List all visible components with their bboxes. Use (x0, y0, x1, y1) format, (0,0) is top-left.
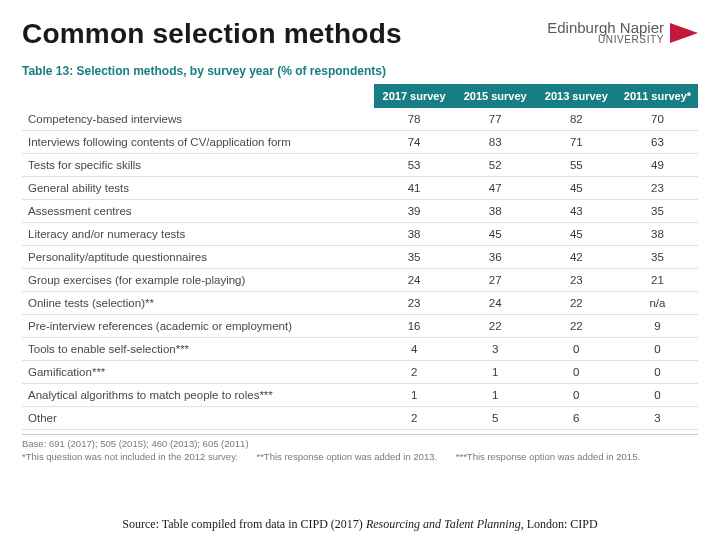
cell-value: 35 (617, 246, 698, 269)
footnote-2: **This response option was added in 2013… (256, 451, 437, 464)
cell-value: 45 (536, 177, 617, 200)
cell-value: 16 (374, 315, 455, 338)
cell-value: 22 (455, 315, 536, 338)
cell-value: 63 (617, 131, 698, 154)
cell-value: 39 (374, 200, 455, 223)
col-header: 2013 survey (536, 84, 617, 108)
cell-value: 36 (455, 246, 536, 269)
col-header: 2015 survey (455, 84, 536, 108)
table-row: Tools to enable self-selection***4300 (22, 338, 698, 361)
cell-value: 35 (374, 246, 455, 269)
table-row: Other2563 (22, 407, 698, 430)
row-label: Competency-based interviews (22, 108, 374, 131)
cell-value: 2 (374, 407, 455, 430)
row-label: Gamification*** (22, 361, 374, 384)
cell-value: 83 (455, 131, 536, 154)
table-row: General ability tests41474523 (22, 177, 698, 200)
cell-value: 0 (617, 361, 698, 384)
cell-value: 35 (617, 200, 698, 223)
row-label: Assessment centres (22, 200, 374, 223)
table-row: Interviews following contents of CV/appl… (22, 131, 698, 154)
cell-value: 70 (617, 108, 698, 131)
table-row: Pre-interview references (academic or em… (22, 315, 698, 338)
table-row: Tests for specific skills53525549 (22, 154, 698, 177)
table-row: Literacy and/or numeracy tests38454538 (22, 223, 698, 246)
cell-value: 27 (455, 269, 536, 292)
row-label: Analytical algorithms to match people to… (22, 384, 374, 407)
cell-value: 43 (536, 200, 617, 223)
university-logo: Edinburgh Napier UNIVERSITY (547, 20, 698, 45)
table-row: Gamification***2100 (22, 361, 698, 384)
cell-value: 22 (536, 315, 617, 338)
slide: Common selection methods Edinburgh Napie… (0, 0, 720, 540)
footnote-base: Base: 691 (2017); 505 (2015); 460 (2013)… (22, 438, 698, 451)
cell-value: 52 (455, 154, 536, 177)
cell-value: 23 (536, 269, 617, 292)
footnote-3: ***This response option was added in 201… (456, 451, 640, 464)
cell-value: 23 (617, 177, 698, 200)
svg-marker-0 (670, 23, 698, 43)
selection-methods-table: 2017 survey 2015 survey 2013 survey 2011… (22, 84, 698, 430)
cell-value: 38 (374, 223, 455, 246)
col-header: 2011 survey* (617, 84, 698, 108)
col-header: 2017 survey (374, 84, 455, 108)
cell-value: 78 (374, 108, 455, 131)
cell-value: 74 (374, 131, 455, 154)
table-header: 2017 survey 2015 survey 2013 survey 2011… (22, 84, 698, 108)
header-blank (22, 84, 374, 108)
table-caption: Table 13: Selection methods, by survey y… (22, 64, 698, 78)
cell-value: 6 (536, 407, 617, 430)
source-title: Resourcing and Talent Planning (366, 517, 521, 531)
cell-value: 0 (536, 361, 617, 384)
source-suffix: , London: CIPD (521, 517, 598, 531)
row-label: Pre-interview references (academic or em… (22, 315, 374, 338)
cell-value: 23 (374, 292, 455, 315)
cell-value: 42 (536, 246, 617, 269)
cell-value: 82 (536, 108, 617, 131)
cell-value: 49 (617, 154, 698, 177)
row-label: Other (22, 407, 374, 430)
table-row: Competency-based interviews78778270 (22, 108, 698, 131)
cell-value: 5 (455, 407, 536, 430)
cell-value: 2 (374, 361, 455, 384)
cell-value: 3 (617, 407, 698, 430)
cell-value: 45 (536, 223, 617, 246)
logo-text: Edinburgh Napier UNIVERSITY (547, 20, 664, 45)
cell-value: 4 (374, 338, 455, 361)
table-row: Analytical algorithms to match people to… (22, 384, 698, 407)
cell-value: 55 (536, 154, 617, 177)
cell-value: 24 (455, 292, 536, 315)
table-row: Assessment centres39384335 (22, 200, 698, 223)
cell-value: 1 (374, 384, 455, 407)
table-footnotes: Base: 691 (2017); 505 (2015); 460 (2013)… (22, 434, 698, 464)
cell-value: 9 (617, 315, 698, 338)
table-body: Competency-based interviews78778270Inter… (22, 108, 698, 430)
cell-value: 47 (455, 177, 536, 200)
row-label: Interviews following contents of CV/appl… (22, 131, 374, 154)
logo-line2: UNIVERSITY (547, 35, 664, 45)
triangle-icon (670, 23, 698, 43)
slide-header: Common selection methods Edinburgh Napie… (22, 18, 698, 50)
cell-value: 21 (617, 269, 698, 292)
row-label: General ability tests (22, 177, 374, 200)
row-label: Literacy and/or numeracy tests (22, 223, 374, 246)
cell-value: 38 (455, 200, 536, 223)
row-label: Tests for specific skills (22, 154, 374, 177)
cell-value: 45 (455, 223, 536, 246)
table-row: Online tests (selection)**232422n/a (22, 292, 698, 315)
cell-value: 3 (455, 338, 536, 361)
cell-value: 22 (536, 292, 617, 315)
row-label: Tools to enable self-selection*** (22, 338, 374, 361)
cell-value: 0 (617, 338, 698, 361)
cell-value: 38 (617, 223, 698, 246)
cell-value: 53 (374, 154, 455, 177)
footnote-1: *This question was not included in the 2… (22, 451, 238, 464)
slide-title: Common selection methods (22, 18, 402, 50)
cell-value: 71 (536, 131, 617, 154)
row-label: Personality/aptitude questionnaires (22, 246, 374, 269)
cell-value: 41 (374, 177, 455, 200)
cell-value: 1 (455, 361, 536, 384)
source-citation: Source: Table compiled from data in CIPD… (0, 517, 720, 532)
row-label: Online tests (selection)** (22, 292, 374, 315)
table-row: Personality/aptitude questionnaires35364… (22, 246, 698, 269)
